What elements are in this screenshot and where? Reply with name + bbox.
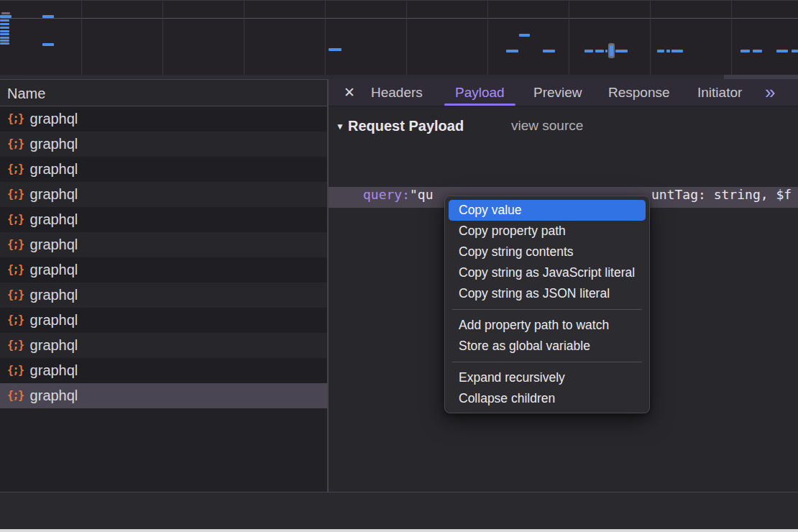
network-activity-bar [792, 50, 798, 52]
json-braces-icon: {;} [7, 182, 24, 207]
json-braces-icon: {;} [7, 383, 24, 408]
requests-list-panel: Name {;}graphql{;}graphql{;}graphql{;}gr… [0, 79, 327, 532]
network-activity-bar [615, 50, 628, 52]
network-activity-bar [42, 15, 54, 18]
json-braces-icon: {;} [7, 157, 24, 182]
more-tabs-icon[interactable]: » [765, 79, 775, 106]
menu-item-add-property-path-to-watch[interactable]: Add property path to watch [449, 315, 646, 336]
request-payload-section: ▼ Request Payload view source [329, 115, 798, 137]
overview-gridline [325, 1, 326, 75]
request-name: graphql [30, 157, 78, 182]
overview-gridline [650, 1, 651, 75]
name-column-header[interactable]: Name [0, 79, 327, 106]
request-row-graphql[interactable]: {;}graphql [0, 132, 327, 157]
tab-headers[interactable]: Headers [371, 79, 423, 106]
requests-list: {;}graphql{;}graphql{;}graphql{;}graphql… [0, 106, 327, 408]
json-braces-icon: {;} [7, 257, 24, 283]
network-activity-bar [753, 50, 762, 52]
request-row-graphql[interactable]: {;}graphql [0, 207, 327, 232]
network-activity-bar [595, 50, 604, 52]
menu-item-store-as-global-variable[interactable]: Store as global variable [449, 336, 646, 357]
close-icon[interactable]: ✕ [344, 79, 355, 106]
network-activity-bar [519, 34, 530, 37]
menu-item-copy-value[interactable]: Copy value [449, 200, 646, 221]
network-activity-bar [605, 50, 607, 52]
overview-gridline [487, 1, 488, 75]
overview-gridline [569, 1, 569, 75]
overview-gridline [731, 1, 732, 75]
network-activity-bar [657, 50, 664, 52]
property-key: query: [363, 187, 410, 202]
section-title: Request Payload [348, 115, 464, 137]
overview-gridline [162, 1, 163, 75]
menu-item-copy-string-as-json-literal[interactable]: Copy string as JSON literal [449, 283, 646, 304]
network-activity-bar [0, 42, 9, 45]
network-activity-bar [0, 23, 9, 25]
json-braces-icon: {;} [7, 207, 24, 232]
request-name: graphql [30, 182, 78, 207]
tab-payload[interactable]: Payload [455, 79, 505, 106]
tab-initiator[interactable]: Initiator [697, 79, 742, 106]
property-value-continued: untTag: string, $f [651, 187, 792, 202]
network-activity-bar [506, 50, 518, 52]
tab-response[interactable]: Response [608, 79, 670, 106]
network-activity-bar [0, 40, 9, 42]
network-activity-bar [666, 50, 670, 52]
menu-item-collapse-children[interactable]: Collapse children [449, 388, 646, 409]
overview-gridline [406, 1, 407, 75]
json-braces-icon: {;} [7, 333, 24, 358]
json-braces-icon: {;} [7, 283, 24, 308]
menu-item-copy-string-as-javascript-literal[interactable]: Copy string as JavaScript literal [449, 262, 646, 283]
request-name: graphql [30, 358, 78, 383]
request-row-graphql[interactable]: {;}graphql [0, 157, 327, 182]
menu-item-copy-string-contents[interactable]: Copy string contents [449, 242, 646, 262]
request-name: graphql [30, 333, 78, 358]
request-name: graphql [30, 132, 78, 157]
request-name: graphql [30, 232, 78, 257]
detail-tabbar: ✕ » HeadersPayloadPreviewResponseInitiat… [329, 79, 798, 106]
request-row-graphql[interactable]: {;}graphql [0, 257, 327, 283]
json-braces-icon: {;} [7, 232, 24, 257]
network-activity-bar [329, 48, 341, 51]
collapse-triangle-icon[interactable]: ▼ [336, 116, 344, 137]
overview-gridline [81, 1, 82, 75]
property-value-start: "qu [410, 187, 434, 202]
network-activity-bar [42, 43, 54, 46]
json-braces-icon: {;} [7, 106, 24, 132]
network-activity-bar [776, 50, 788, 52]
request-row-graphql[interactable]: {;}graphql [0, 232, 327, 257]
menu-item-copy-property-path[interactable]: Copy property path [449, 221, 646, 242]
network-activity-bar [0, 15, 12, 18]
network-activity-bar [543, 50, 555, 52]
network-activity-bar [0, 33, 9, 35]
request-row-graphql[interactable]: {;}graphql [0, 283, 327, 308]
menu-separator [452, 362, 642, 362]
view-source-link[interactable]: view source [511, 115, 583, 137]
context-menu: Copy valueCopy property pathCopy string … [444, 196, 650, 413]
request-row-graphql[interactable]: {;}graphql [0, 333, 327, 358]
tab-preview[interactable]: Preview [533, 79, 582, 106]
json-braces-icon: {;} [7, 132, 24, 157]
request-name: graphql [30, 283, 78, 308]
network-activity-bar [0, 27, 9, 29]
payload-row-operation-name[interactable]: operationName: "ipFlowTimeseries" [329, 167, 798, 188]
network-overview-timeline[interactable] [0, 0, 798, 75]
request-row-graphql[interactable]: {;}graphql [0, 308, 327, 333]
network-activity-bar [0, 19, 9, 22]
request-name: graphql [30, 383, 78, 408]
menu-item-expand-recursively[interactable]: Expand recursively [449, 367, 646, 388]
panel-divider[interactable] [327, 79, 329, 532]
request-row-graphql[interactable]: {;}graphql [0, 182, 327, 207]
request-row-graphql[interactable]: {;}graphql [0, 358, 327, 383]
network-activity-bar [610, 45, 613, 56]
request-row-graphql[interactable]: {;}graphql [0, 383, 327, 408]
overview-gridline [244, 1, 244, 75]
request-name: graphql [30, 257, 78, 283]
request-row-graphql[interactable]: {;}graphql [0, 106, 327, 132]
menu-separator [452, 309, 642, 310]
network-activity-bar [671, 50, 683, 52]
payload-root-row[interactable]: ▼ {operationName: "ipFlowTimeseries", va… [329, 145, 798, 166]
network-activity-bar [0, 30, 9, 32]
window-bottom-edge [0, 529, 798, 532]
request-name: graphql [30, 207, 78, 232]
